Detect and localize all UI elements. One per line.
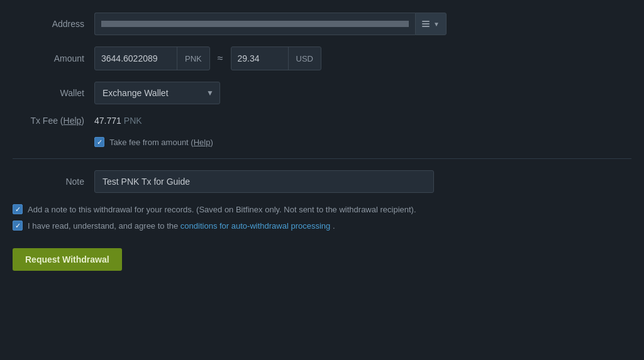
amount-input-group: PNK (94, 46, 210, 70)
address-row: Address ▼ (13, 13, 631, 35)
note-row: Note (13, 170, 631, 193)
usd-input-group: USD (231, 46, 321, 70)
amount-row: Amount PNK ≈ USD (13, 46, 631, 70)
txfee-row: Tx Fee (Help) 47.771 PNK (13, 116, 631, 126)
checkmark-icon-2: ✓ (15, 222, 21, 229)
txfee-currency: PNK (124, 116, 142, 126)
checkboxes-section: ✓ Add a note to this withdrawal for your… (13, 204, 631, 232)
request-withdrawal-button[interactable]: Request Withdrawal (13, 248, 122, 271)
list-icon (422, 21, 431, 27)
conditions-link[interactable]: conditions for auto-withdrawal processin… (180, 221, 330, 231)
wallet-select-wrapper: Exchange Wallet Margin Wallet Funding Wa… (94, 82, 220, 104)
checkbox2-row: ✓ I have read, understand, and agree to … (13, 221, 631, 232)
divider (13, 158, 631, 159)
add-note-checkbox[interactable]: ✓ (13, 204, 23, 214)
usd-input[interactable] (231, 47, 288, 70)
take-fee-row: ✓ Take fee from amount (Help) (94, 137, 631, 147)
take-fee-label: Take fee from amount (Help) (109, 138, 213, 147)
checkbox1-row: ✓ Add a note to this withdrawal for your… (13, 204, 631, 215)
txfee-label: Tx Fee (Help) (13, 116, 94, 126)
amount-wrapper: PNK ≈ USD (94, 46, 321, 70)
checkmark-icon: ✓ (97, 139, 103, 146)
address-input-wrapper: ▼ (94, 13, 447, 35)
wallet-select[interactable]: Exchange Wallet Margin Wallet Funding Wa… (94, 82, 220, 104)
address-input[interactable] (94, 13, 415, 35)
amount-input[interactable] (95, 47, 177, 70)
address-label: Address (13, 19, 94, 29)
agree-checkbox[interactable]: ✓ (13, 221, 23, 231)
add-note-label: Add a note to this withdrawal for your r… (28, 204, 416, 215)
agree-label: I have read, understand, and agree to th… (28, 221, 335, 232)
dropdown-chevron-icon: ▼ (433, 21, 440, 28)
usd-currency-label: USD (288, 47, 321, 70)
wallet-row: Wallet Exchange Wallet Margin Wallet Fun… (13, 82, 631, 104)
txfee-help-link[interactable]: Help (64, 116, 82, 126)
note-label: Note (13, 177, 94, 187)
wallet-label: Wallet (13, 88, 94, 98)
take-fee-help-link[interactable]: Help (194, 138, 211, 147)
approx-sign: ≈ (215, 53, 226, 64)
amount-label: Amount (13, 53, 94, 63)
txfee-value: 47.771 (94, 116, 121, 126)
note-input[interactable] (94, 170, 434, 193)
amount-currency-label: PNK (177, 47, 209, 70)
address-dropdown-button[interactable]: ▼ (415, 13, 447, 35)
checkmark-icon-1: ✓ (15, 206, 21, 213)
take-fee-checkbox[interactable]: ✓ (94, 137, 104, 147)
